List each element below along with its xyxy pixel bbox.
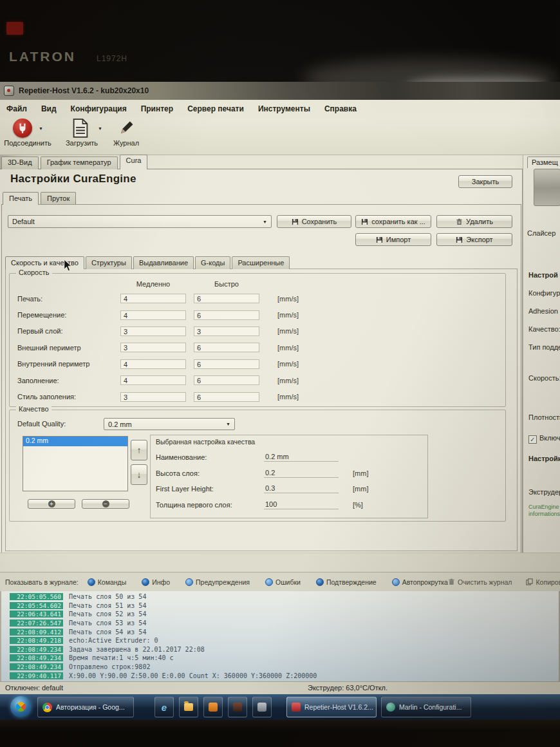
- menu-item[interactable]: Принтер: [141, 104, 173, 113]
- menu-item[interactable]: Конфигурация: [71, 104, 127, 113]
- setting-tab[interactable]: G-коды: [195, 256, 230, 269]
- speed-fast-input[interactable]: 6: [194, 343, 259, 352]
- taskbar-app-button[interactable]: [252, 697, 272, 717]
- taskbar-chrome-button[interactable]: Авторизация - Goog...: [37, 697, 134, 717]
- cura-subtab[interactable]: Печать: [3, 192, 39, 205]
- setting-tab[interactable]: Структуры: [86, 256, 132, 269]
- quality-field-input[interactable]: 0.2 mm: [264, 453, 339, 462]
- toolbar: ▼ ▼ Подсоединить Загрузить Журнал: [0, 118, 560, 155]
- taskbar-app-button[interactable]: [228, 697, 247, 717]
- log-toggle[interactable]: Инфо: [142, 578, 170, 586]
- toggle-label: Команды: [98, 578, 127, 586]
- load-icon[interactable]: [72, 118, 89, 138]
- menu-item[interactable]: Инструменты: [258, 104, 310, 113]
- log-timestamp: 22:05:54.602: [10, 602, 63, 609]
- cooling-checkbox[interactable]: ✓Включит: [528, 434, 560, 444]
- app-icon: [209, 703, 218, 712]
- cura-subtab[interactable]: Пруток: [41, 192, 76, 205]
- taskbar-repetier-button[interactable]: Repetier-Host V1.6.2...: [286, 697, 377, 717]
- log-toggle[interactable]: Подтверждение: [316, 578, 377, 586]
- speed-fast-input[interactable]: 6: [194, 310, 259, 320]
- remove-quality-button[interactable]: −: [82, 499, 129, 509]
- setting-tab[interactable]: Выдавливание: [133, 256, 194, 269]
- clear-log-button[interactable]: Очистить журнал: [448, 578, 512, 586]
- log-toggle[interactable]: Предупреждения: [185, 578, 250, 586]
- log-timestamp: 22:08:49.218: [10, 637, 63, 644]
- log-output[interactable]: 22:05:05.560 Печать слоя 50 из 54 22:05:…: [1, 591, 559, 681]
- status-bar: Отключен: default Экструдер: 63,0°C/Откл…: [0, 681, 560, 695]
- journal-label[interactable]: Журнал: [106, 139, 146, 147]
- connect-label[interactable]: Подсоединить: [0, 139, 55, 147]
- speed-fast-input[interactable]: 6: [194, 392, 259, 402]
- quality-list-item[interactable]: 0.2 mm: [23, 437, 127, 446]
- quality-field-input[interactable]: 100: [264, 500, 339, 509]
- speed-fast-input[interactable]: 6: [194, 359, 259, 369]
- taskbar-ie-button[interactable]: e: [154, 697, 174, 717]
- add-quality-button[interactable]: +: [28, 499, 75, 509]
- move-up-button[interactable]: ↑: [131, 440, 147, 460]
- taskbar-marlin-button[interactable]: Marlin - Configurati...: [381, 697, 471, 717]
- speed-fast-input[interactable]: 6: [194, 375, 259, 385]
- right-panel: Размещ Слайсер Настрой Конфигур Adhesion…: [523, 155, 560, 555]
- menu-item[interactable]: Справка: [324, 104, 357, 113]
- load-dropdown-caret[interactable]: ▼: [98, 126, 102, 131]
- setting-tab[interactable]: Расширенные: [232, 256, 290, 269]
- placement-preview[interactable]: [534, 169, 560, 206]
- copy-log-button[interactable]: Копировать: [526, 578, 560, 586]
- log-toggle[interactable]: Команды: [88, 578, 127, 586]
- save-as-button[interactable]: сохранить как ...: [355, 215, 431, 228]
- log-entry: 22:08:09.412 Печать слоя 54 из 54: [1, 627, 559, 636]
- log-splitter[interactable]: [0, 553, 560, 572]
- connect-dropdown-caret[interactable]: ▼: [39, 126, 43, 131]
- speed-slow-input[interactable]: 3: [120, 343, 186, 352]
- default-quality-select[interactable]: 0.2 mm ▼: [104, 418, 235, 430]
- journal-pencil-icon[interactable]: [117, 119, 135, 137]
- export-button[interactable]: Экспорт: [436, 233, 512, 246]
- cura-subtabs: ПечатьПруток: [3, 192, 76, 205]
- settings-header-2: Настройки: [528, 455, 560, 462]
- log-timestamp: 22:09:40.117: [10, 672, 63, 679]
- speed-fast-input[interactable]: 6: [194, 294, 259, 303]
- quality-field-row: Наименование: 0.2 mm: [151, 449, 427, 466]
- page-title: Настройки CuraEngine: [10, 173, 136, 185]
- main-tab[interactable]: График температур: [41, 156, 118, 169]
- delete-button[interactable]: Удалить: [436, 215, 512, 228]
- speed-slow-input[interactable]: 4: [120, 310, 186, 320]
- taskbar-app-button[interactable]: [203, 697, 223, 717]
- save-button[interactable]: Сохранить: [277, 215, 351, 228]
- profile-select[interactable]: Default ▼: [8, 215, 272, 228]
- speed-slow-input[interactable]: 3: [120, 326, 186, 336]
- start-button[interactable]: [10, 696, 32, 717]
- log-message: Время печати:1 ч:5 мин:40 с: [69, 654, 174, 661]
- quality-list[interactable]: 0.2 mm: [23, 436, 128, 491]
- log-toggle[interactable]: Автопрокрутка: [392, 578, 448, 586]
- chevron-down-icon: ▼: [263, 220, 267, 224]
- menu-item[interactable]: Сервер печати: [187, 104, 244, 113]
- speed-slow-input[interactable]: 4: [120, 294, 186, 303]
- checkbox-icon[interactable]: ✓: [528, 435, 537, 444]
- log-timestamp: 22:07:26.547: [10, 619, 63, 627]
- log-entry: 22:08:49.234 Отправлено строк:9802: [1, 663, 559, 672]
- main-tab[interactable]: 3D-Вид: [1, 156, 39, 169]
- speed-columns: Медленно Быстро: [10, 280, 505, 288]
- move-down-button[interactable]: ↓: [131, 464, 147, 485]
- speed-slow-input[interactable]: 3: [120, 392, 186, 402]
- load-label[interactable]: Загрузить: [59, 139, 104, 147]
- menu-item[interactable]: Вид: [41, 104, 57, 113]
- taskbar-explorer-button[interactable]: [179, 697, 198, 717]
- log-entry: 22:05:05.560 Печать слоя 50 из 54: [1, 592, 559, 601]
- menu-item[interactable]: Файл: [6, 104, 27, 113]
- log-toggle[interactable]: Ошибки: [265, 578, 301, 586]
- quality-field-input[interactable]: 0.3: [264, 484, 339, 493]
- speed-slow-input[interactable]: 4: [120, 375, 186, 385]
- speed-slow-input[interactable]: 4: [120, 359, 186, 369]
- tab-placement[interactable]: Размещ: [527, 156, 560, 168]
- quality-field-input[interactable]: 0.2: [264, 469, 339, 478]
- chrome-icon: [42, 703, 52, 712]
- connect-button[interactable]: [13, 118, 32, 138]
- speed-fast-input[interactable]: 3: [194, 326, 259, 336]
- import-button[interactable]: Импорт: [355, 233, 431, 246]
- toggle-label: Ошибки: [275, 578, 301, 586]
- main-tab[interactable]: Cura: [120, 155, 148, 169]
- close-button[interactable]: Закрыть: [458, 175, 512, 188]
